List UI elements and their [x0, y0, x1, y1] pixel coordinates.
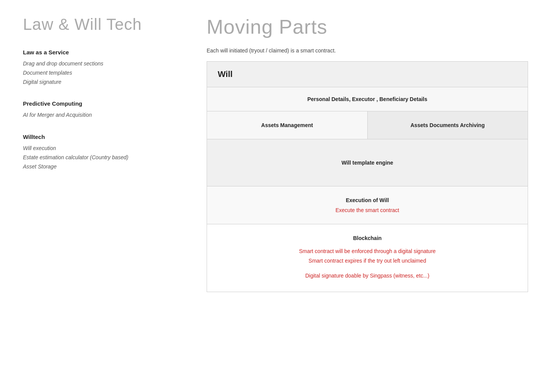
will-template-block: Will template engine: [207, 139, 528, 186]
section-item-drag-drop: Drag and drop document sections: [23, 59, 184, 69]
assets-documents-label: Assets Documents Archiving: [411, 122, 485, 128]
blockchain-line-1: Smart contract will be enforced through …: [218, 247, 517, 266]
personal-details-block: Personal Details, Executor , Beneficiary…: [207, 87, 528, 111]
will-template-label: Will template engine: [341, 160, 393, 166]
will-header-block: Will: [207, 62, 528, 87]
assets-row: Assets Management Assets Documents Archi…: [207, 111, 528, 139]
will-header-title: Will: [218, 69, 233, 79]
blockchain-label: Blockchain: [218, 235, 517, 241]
page-layout: Law & Will Tech Law as a Service Drag an…: [23, 15, 528, 292]
execute-smart-label[interactable]: Execute the smart contract: [218, 207, 517, 213]
subtitle-text: Each will initiated (tryout / claimed) i…: [207, 47, 528, 54]
section-item-doc-templates: Document templates: [23, 69, 184, 78]
section-willtech: Willtech Will execution Estate estimatio…: [23, 134, 184, 171]
right-title: Moving Parts: [207, 15, 528, 38]
left-title: Law & Will Tech: [23, 15, 184, 34]
execution-label: Execution of Will: [218, 197, 517, 203]
section-heading-willtech: Willtech: [23, 134, 184, 140]
personal-details-label: Personal Details, Executor , Beneficiary…: [307, 96, 427, 102]
section-item-will-execution: Will execution: [23, 144, 184, 153]
assets-management-label: Assets Management: [261, 122, 313, 128]
right-column: Moving Parts Each will initiated (tryout…: [207, 15, 528, 292]
execution-block: Execution of Will Execute the smart cont…: [207, 186, 528, 224]
section-heading-law-as-a-service: Law as a Service: [23, 49, 184, 56]
section-predictive-computing: Predictive Computing AI for Merger and A…: [23, 100, 184, 120]
assets-management-block: Assets Management: [207, 111, 368, 139]
section-law-as-a-service: Law as a Service Drag and drop document …: [23, 49, 184, 87]
section-item-estate-estimation: Estate estimation calculator (Country ba…: [23, 153, 184, 162]
blockchain-block: Blockchain Smart contract will be enforc…: [207, 224, 528, 292]
section-item-asset-storage: Asset Storage: [23, 162, 184, 172]
assets-documents-block: Assets Documents Archiving: [368, 111, 528, 139]
section-heading-predictive-computing: Predictive Computing: [23, 100, 184, 107]
section-item-ai-merger: AI for Merger and Acquisition: [23, 111, 184, 120]
left-column: Law & Will Tech Law as a Service Drag an…: [23, 15, 184, 292]
blockchain-line-bottom: Digital signature doable by Singpass (wi…: [218, 271, 517, 281]
section-item-digital-signature: Digital signature: [23, 78, 184, 87]
diagram-container: Will Personal Details, Executor , Benefi…: [207, 61, 528, 292]
